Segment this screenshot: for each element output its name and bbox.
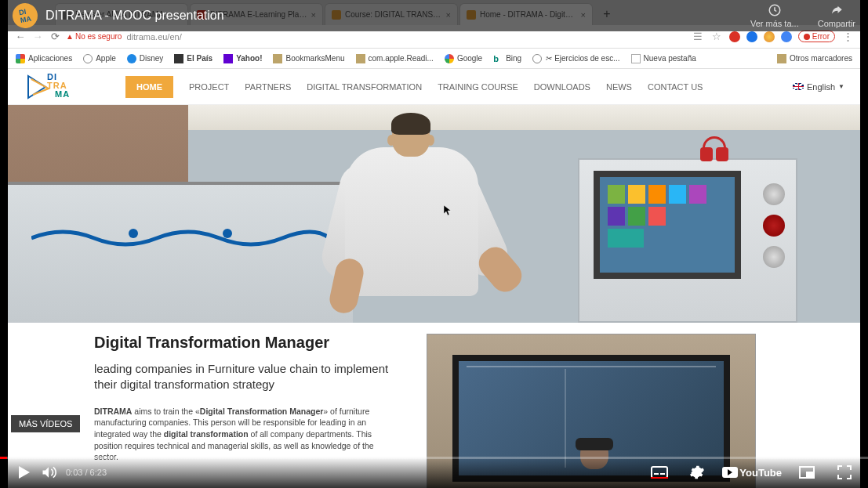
person-illustration	[321, 113, 502, 323]
svg-rect-8	[807, 472, 813, 477]
share-button[interactable]: Compartir	[818, 3, 855, 28]
error-badge[interactable]: Error	[798, 31, 835, 42]
nav-news[interactable]: NEWS	[606, 82, 632, 92]
article-body: DITRAMA aims to train the «Digital Trans…	[94, 406, 400, 463]
svg-rect-6	[651, 477, 668, 479]
nav-digital-transformation[interactable]: DIGITAL TRANSFORMATION	[307, 82, 422, 92]
extension-icon[interactable]	[746, 31, 757, 42]
bookmark-item[interactable]: Google	[445, 54, 482, 63]
play-button[interactable]	[11, 460, 36, 485]
bookmark-item[interactable]: Nueva pestaña	[631, 54, 696, 63]
article-heading: Digital Transformation Manager	[94, 334, 400, 352]
clock-icon	[768, 3, 782, 17]
share-icon	[830, 3, 844, 17]
svg-point-1	[223, 229, 232, 238]
svg-point-0	[129, 229, 138, 238]
nav-training-course[interactable]: TRAINING COURSE	[438, 82, 518, 92]
forward-icon[interactable]: →	[31, 31, 44, 43]
hero-banner	[8, 105, 860, 323]
headphones-icon	[700, 136, 728, 164]
control-panel	[578, 158, 797, 323]
bookmark-item[interactable]: BookmarksMenu	[273, 54, 344, 63]
apps-button[interactable]: Aplicaciones	[16, 54, 72, 63]
video-title: DITRAMA - MOOC presentation	[45, 9, 224, 23]
url-text[interactable]: ditrama.eu/en/	[126, 32, 181, 42]
not-secure-warning[interactable]: ▲ No es seguro	[66, 32, 122, 41]
reload-icon[interactable]: ⟳	[49, 31, 61, 43]
nav-partners[interactable]: PARTNERS	[245, 82, 291, 92]
star-icon[interactable]: ☆	[710, 31, 723, 43]
nav-contact-us[interactable]: CONTACT US	[648, 82, 703, 92]
extension-icon[interactable]	[764, 31, 775, 42]
bookmark-item[interactable]: Yahoo!	[223, 54, 262, 63]
nav-project[interactable]: PROJECT	[189, 82, 229, 92]
extension-icon[interactable]	[781, 31, 792, 42]
youtube-controls: 0:03 / 6:23 YouTube	[0, 457, 868, 488]
flag-icon	[793, 83, 804, 90]
svg-rect-3	[652, 467, 667, 478]
volume-button[interactable]	[36, 460, 61, 485]
menu-icon[interactable]: ⋮	[841, 31, 854, 43]
reader-icon[interactable]: ☰	[692, 31, 704, 43]
bookmark-item[interactable]: Disney	[127, 54, 164, 63]
nav-downloads[interactable]: DOWNLOADS	[534, 82, 590, 92]
bookmark-item[interactable]: com.apple.Readi...	[356, 54, 434, 63]
bookmark-item[interactable]: El País	[174, 54, 212, 63]
nav-home[interactable]: HOME	[125, 76, 173, 98]
youtube-logo-button[interactable]: YouTube	[722, 467, 782, 479]
other-bookmarks[interactable]: Otros marcadores	[777, 54, 852, 63]
article-lead: leading companies in Furniture value cha…	[94, 361, 400, 393]
back-icon[interactable]: ←	[14, 31, 27, 43]
extension-icon[interactable]	[729, 31, 740, 42]
svg-rect-5	[660, 473, 665, 475]
cursor-icon	[444, 205, 452, 216]
watch-later-button[interactable]: Ver más ta...	[750, 3, 799, 28]
site-navigation: DI TRA MA HOME PROJECT PARTNERS DIGITAL …	[8, 69, 860, 105]
channel-avatar[interactable]: DIMA	[10, 1, 39, 30]
chevron-down-icon: ▼	[838, 83, 844, 90]
bookmark-item[interactable]: bBing	[493, 54, 521, 63]
miniplayer-button[interactable]	[794, 460, 819, 485]
settings-button[interactable]	[685, 460, 710, 485]
video-content: Register AULA DITRAMA DIT...× DITRAMA E-…	[8, 0, 860, 488]
progress-bar[interactable]	[0, 457, 868, 459]
language-selector[interactable]: English ▼	[793, 82, 844, 92]
youtube-header: DIMA DITRAMA - MOOC presentation Ver más…	[0, 0, 868, 31]
bookmark-item[interactable]: Apple	[83, 54, 116, 63]
more-videos-button[interactable]: MÁS VÍDEOS	[11, 415, 80, 432]
bookmark-item[interactable]: ✂Ejercicios de esc...	[532, 54, 619, 63]
time-display: 0:03 / 6:23	[66, 468, 107, 477]
bookmarks-bar: Aplicaciones Apple Disney El País Yahoo!…	[8, 49, 860, 69]
fullscreen-button[interactable]	[832, 460, 857, 485]
captions-button[interactable]	[647, 460, 672, 485]
svg-rect-4	[654, 473, 659, 475]
site-logo[interactable]: DI TRA MA	[24, 71, 86, 103]
